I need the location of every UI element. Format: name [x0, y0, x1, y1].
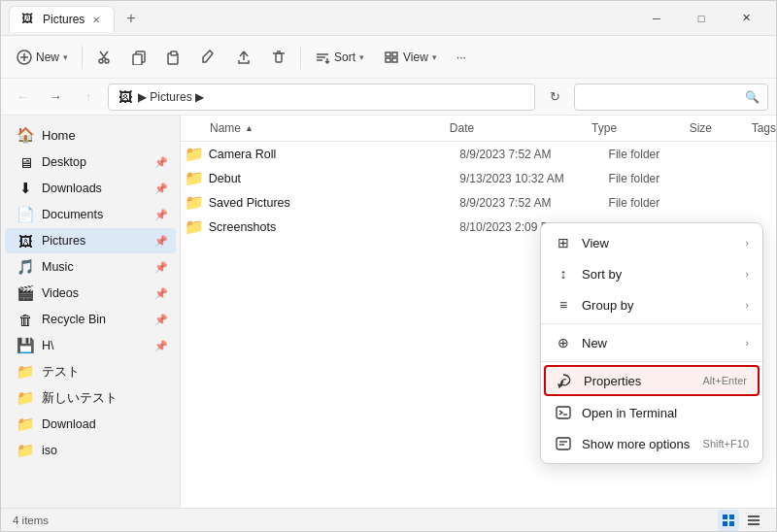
- tab-close-button[interactable]: ✕: [90, 13, 102, 27]
- col-tags-header[interactable]: Tags: [752, 121, 776, 135]
- sort-by-menu-icon: ↕: [555, 265, 572, 283]
- grid-view-button[interactable]: [718, 510, 739, 531]
- paste-icon: [166, 50, 182, 65]
- table-row[interactable]: 📁 Saved Pictures 8/9/2023 7:52 AM File f…: [181, 190, 776, 215]
- pin-icon-pictures: 📌: [154, 235, 168, 248]
- view-icon: [384, 50, 399, 65]
- table-row[interactable]: 📁 Camera Roll 8/9/2023 7:52 AM File fold…: [181, 142, 776, 166]
- file-date-1: 8/9/2023 7:52 AM: [459, 148, 608, 161]
- home-icon: 🏠: [17, 126, 34, 144]
- paste-button[interactable]: [158, 45, 189, 70]
- cut-icon: [96, 50, 112, 65]
- new-label: New: [36, 50, 59, 64]
- sort-label: Sort: [334, 50, 355, 64]
- file-explorer-window: 🖼 Pictures ✕ + ─ □ ✕ New ▾: [0, 0, 777, 532]
- col-type-label: Type: [591, 121, 617, 135]
- close-button[interactable]: ✕: [724, 3, 768, 34]
- menu-item-open-terminal[interactable]: Open in Terminal: [541, 397, 762, 428]
- rename-icon: [201, 50, 217, 65]
- svg-rect-16: [392, 58, 397, 62]
- cut-button[interactable]: [88, 45, 119, 70]
- table-row[interactable]: 📁 Debut 9/13/2023 10:32 AM File folder: [181, 166, 776, 190]
- svg-rect-23: [729, 515, 734, 519]
- file-header: Name ▲ Date Type Size Tags: [181, 116, 776, 142]
- rename-button[interactable]: [193, 45, 224, 70]
- menu-item-sort-by[interactable]: ↕ Sort by ›: [541, 258, 762, 289]
- sidebar-item-h-drive[interactable]: 💾 H\ 📌: [5, 333, 176, 358]
- sidebar-item-music[interactable]: 🎵 Music 📌: [5, 254, 176, 280]
- svg-rect-15: [386, 58, 390, 62]
- col-type-header[interactable]: Type: [591, 121, 690, 135]
- menu-item-group-by[interactable]: ≡ Group by ›: [541, 289, 762, 320]
- iso-icon: 📁: [17, 442, 34, 459]
- menu-item-properties[interactable]: Properties Alt+Enter: [544, 365, 760, 396]
- menu-arrow-group-by: ›: [745, 299, 749, 311]
- more-button[interactable]: ···: [449, 46, 474, 69]
- menu-item-show-more[interactable]: Show more options Shift+F10: [541, 428, 762, 459]
- sidebar: 🏠 Home 🖥 Desktop 📌 ⬇ Downloads 📌 📄 Docum…: [1, 116, 181, 508]
- active-tab[interactable]: 🖼 Pictures ✕: [9, 6, 115, 32]
- item-count: 4 items: [13, 515, 49, 526]
- delete-button[interactable]: [263, 45, 294, 70]
- col-size-header[interactable]: Size: [690, 121, 752, 135]
- sidebar-label-documents: Documents: [42, 208, 147, 221]
- menu-label-new: New: [582, 336, 735, 350]
- sidebar-item-iso[interactable]: 📁 iso: [5, 438, 176, 463]
- new-menu-icon: ⊕: [555, 334, 572, 351]
- menu-arrow-view: ›: [745, 237, 749, 249]
- group-by-menu-icon: ≡: [555, 296, 572, 314]
- menu-item-view[interactable]: ⊞ View ›: [541, 227, 762, 258]
- new-tab-button[interactable]: +: [118, 6, 143, 31]
- menu-item-new[interactable]: ⊕ New ›: [541, 327, 762, 358]
- col-date-header[interactable]: Date: [450, 121, 591, 135]
- sidebar-item-pictures[interactable]: 🖼 Pictures 📌: [5, 228, 176, 253]
- sidebar-item-recycle-bin[interactable]: 🗑 Recycle Bin 📌: [5, 307, 176, 332]
- menu-arrow-new: ›: [745, 337, 749, 349]
- sidebar-item-home[interactable]: 🏠 Home: [5, 122, 176, 148]
- list-view-button[interactable]: [743, 510, 764, 531]
- share-button[interactable]: [228, 45, 259, 70]
- toolbar: New ▾ Sort ▾ View ▾: [1, 36, 776, 79]
- more-icon: ···: [456, 50, 466, 64]
- pin-icon-desktop: 📌: [154, 156, 168, 169]
- up-button[interactable]: ↑: [75, 83, 102, 111]
- pin-icon-downloads: 📌: [154, 183, 168, 195]
- music-icon: 🎵: [17, 258, 34, 276]
- col-date-label: Date: [450, 121, 474, 135]
- sidebar-item-download2[interactable]: 📁 Download: [5, 412, 176, 437]
- menu-separator-1: [541, 323, 762, 324]
- sidebar-label-h-drive: H\: [42, 339, 147, 352]
- maximize-button[interactable]: □: [679, 3, 724, 34]
- sidebar-item-downloads[interactable]: ⬇ Downloads 📌: [5, 176, 176, 201]
- search-box[interactable]: 🔍: [574, 83, 768, 111]
- new-icon: [17, 50, 32, 65]
- test-jp-icon: 📁: [17, 363, 34, 381]
- back-button[interactable]: ←: [9, 83, 36, 111]
- file-type-3: File folder: [609, 196, 711, 210]
- forward-button[interactable]: →: [42, 83, 69, 111]
- sidebar-item-videos[interactable]: 🎬 Videos 📌: [5, 281, 176, 306]
- tab-folder-icon: 🖼: [21, 12, 37, 27]
- svg-rect-19: [557, 438, 570, 449]
- sort-button[interactable]: Sort ▾: [307, 45, 372, 70]
- copy-button[interactable]: [123, 45, 154, 70]
- downloads-icon: ⬇: [17, 180, 34, 197]
- refresh-button[interactable]: ↻: [541, 83, 568, 111]
- share-icon: [236, 50, 252, 65]
- sidebar-item-test-jp[interactable]: 📁 テスト: [5, 359, 176, 384]
- new-test-jp-icon: 📁: [17, 389, 34, 407]
- sidebar-item-new-test-jp[interactable]: 📁 新しいテスト: [5, 385, 176, 411]
- copy-icon: [131, 50, 147, 65]
- minimize-button[interactable]: ─: [634, 3, 679, 34]
- new-button[interactable]: New ▾: [9, 45, 76, 70]
- svg-rect-4: [133, 54, 142, 65]
- svg-rect-28: [748, 523, 760, 525]
- address-input[interactable]: 🖼 ▶ Pictures ▶: [108, 83, 535, 111]
- h-drive-icon: 💾: [17, 337, 34, 354]
- col-name-header[interactable]: Name ▲: [181, 121, 450, 135]
- view-button[interactable]: View ▾: [376, 45, 445, 70]
- sidebar-item-desktop[interactable]: 🖥 Desktop 📌: [5, 150, 176, 175]
- file-type-1: File folder: [609, 148, 711, 161]
- toolbar-separator-1: [82, 46, 83, 69]
- sidebar-item-documents[interactable]: 📄 Documents 📌: [5, 202, 176, 227]
